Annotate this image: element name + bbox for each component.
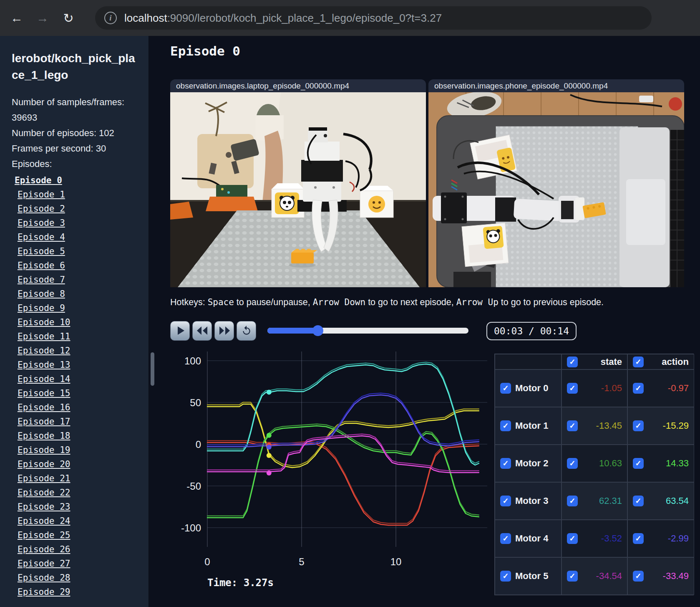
motor-4-state-checkbox[interactable]: ✓ xyxy=(567,533,578,544)
table-row-motor-4: ✓Motor 4✓-3.52✓-2.99 xyxy=(495,520,693,557)
reload-icon[interactable]: ↻ xyxy=(59,9,78,27)
motor-3-state-checkbox[interactable]: ✓ xyxy=(567,496,578,506)
motor-chart[interactable]: 100500-50-1000510 xyxy=(158,346,491,593)
motor-1-current-marker xyxy=(267,453,272,458)
motor-4-action-cell: ✓-2.99 xyxy=(627,520,694,557)
scrollbar-thumb[interactable] xyxy=(151,352,154,386)
stat-fps: Frames per second: 30 xyxy=(12,141,140,156)
motor-2-checkbox[interactable]: ✓ xyxy=(500,458,511,469)
episode-link-episode-19[interactable]: Episode 19 xyxy=(18,443,140,457)
motor-2-state-checkbox[interactable]: ✓ xyxy=(567,458,578,469)
video-row: observation.images.laptop_episode_000000… xyxy=(170,79,684,287)
rewind-button[interactable] xyxy=(192,321,212,341)
y-tick-label: -50 xyxy=(186,481,201,492)
motor-3-action-checkbox[interactable]: ✓ xyxy=(633,496,644,506)
action-column-checkbox[interactable]: ✓ xyxy=(633,357,644,367)
hotkey-key: Arrow Up xyxy=(456,297,499,307)
episode-link-episode-5[interactable]: Episode 5 xyxy=(18,244,140,258)
seek-slider-thumb[interactable] xyxy=(312,325,323,336)
episode-link-episode-11[interactable]: Episode 11 xyxy=(18,329,140,344)
table-header-empty xyxy=(495,354,562,369)
episode-link-episode-4[interactable]: Episode 4 xyxy=(18,230,140,244)
motor-4-cell: ✓Motor 4 xyxy=(495,520,562,557)
episode-link-episode-2[interactable]: Episode 2 xyxy=(18,202,140,216)
motor-0-checkbox[interactable]: ✓ xyxy=(500,383,511,394)
fast-forward-icon xyxy=(218,326,231,336)
episode-list: Episode 0Episode 1Episode 2Episode 3Epis… xyxy=(12,173,140,599)
motor-3-action-line xyxy=(207,364,479,465)
episode-link-episode-24[interactable]: Episode 24 xyxy=(18,514,140,528)
episode-link-episode-15[interactable]: Episode 15 xyxy=(18,386,140,400)
episode-link-episode-25[interactable]: Episode 25 xyxy=(18,528,140,542)
motor-5-checkbox[interactable]: ✓ xyxy=(500,571,511,582)
episode-link-episode-6[interactable]: Episode 6 xyxy=(18,258,140,273)
motor-0-action-checkbox[interactable]: ✓ xyxy=(633,383,644,394)
motor-0-action-value: -0.97 xyxy=(648,383,689,394)
play-button[interactable] xyxy=(170,321,190,341)
episode-link-episode-1[interactable]: Episode 1 xyxy=(18,187,140,202)
motor-3-state-cell: ✓62.31 xyxy=(562,482,627,520)
episode-link-episode-8[interactable]: Episode 8 xyxy=(18,287,140,301)
motor-5-state-checkbox[interactable]: ✓ xyxy=(567,571,578,582)
loop-button[interactable] xyxy=(237,321,256,341)
episode-link-episode-23[interactable]: Episode 23 xyxy=(18,500,140,514)
episode-link-episode-3[interactable]: Episode 3 xyxy=(18,216,140,230)
episode-link-episode-17[interactable]: Episode 17 xyxy=(18,415,140,429)
forward-icon[interactable]: → xyxy=(33,9,52,27)
motor-3-state-line xyxy=(207,362,479,463)
seek-slider[interactable] xyxy=(267,328,468,334)
video-laptop-title: observation.images.laptop_episode_000000… xyxy=(170,79,426,92)
motor-2-action-checkbox[interactable]: ✓ xyxy=(633,458,644,469)
address-bar[interactable]: i localhost:9090/lerobot/koch_pick_place… xyxy=(95,6,652,30)
video-phone-frame xyxy=(428,79,684,287)
episode-link-episode-9[interactable]: Episode 9 xyxy=(18,301,140,315)
fast-forward-button[interactable] xyxy=(214,321,234,341)
episode-link-episode-20[interactable]: Episode 20 xyxy=(18,457,140,471)
video-phone[interactable]: observation.images.phone_episode_000000.… xyxy=(428,79,684,287)
episode-link-episode-29[interactable]: Episode 29 xyxy=(18,585,140,599)
x-tick-label: 10 xyxy=(390,556,402,567)
back-icon[interactable]: ← xyxy=(8,9,26,27)
motor-5-label: Motor 5 xyxy=(515,571,548,582)
motor-1-checkbox[interactable]: ✓ xyxy=(500,420,511,431)
video-phone-title: observation.images.phone_episode_000000.… xyxy=(428,79,684,92)
motor-1-cell: ✓Motor 1 xyxy=(495,407,562,445)
motor-4-label: Motor 4 xyxy=(515,533,548,544)
episode-link-episode-18[interactable]: Episode 18 xyxy=(18,429,140,443)
motor-1-action-checkbox[interactable]: ✓ xyxy=(633,420,644,431)
episode-link-episode-27[interactable]: Episode 27 xyxy=(18,556,140,571)
motor-4-state-value: -3.52 xyxy=(582,533,622,544)
motor-4-action-checkbox[interactable]: ✓ xyxy=(633,533,644,544)
motor-0-state-value: -1.05 xyxy=(582,383,622,394)
motor-4-checkbox[interactable]: ✓ xyxy=(500,533,511,544)
motor-2-label: Motor 2 xyxy=(515,458,548,469)
episode-link-episode-28[interactable]: Episode 28 xyxy=(18,571,140,585)
episode-link-episode-16[interactable]: Episode 16 xyxy=(18,400,140,415)
episode-link-episode-12[interactable]: Episode 12 xyxy=(18,344,140,358)
motor-2-action-value: 14.33 xyxy=(648,458,689,469)
episode-link-episode-22[interactable]: Episode 22 xyxy=(18,486,140,500)
motor-1-action-cell: ✓-15.29 xyxy=(627,407,694,445)
video-laptop[interactable]: observation.images.laptop_episode_000000… xyxy=(170,79,426,287)
episode-link-episode-0[interactable]: Episode 0 xyxy=(15,173,140,187)
table-row-motor-0: ✓Motor 0✓-1.05✓-0.97 xyxy=(495,369,693,407)
motor-1-state-checkbox[interactable]: ✓ xyxy=(567,420,578,431)
main-panel: Episode 0 observation.images.laptop_epis… xyxy=(149,36,700,607)
x-tick-label: 0 xyxy=(204,556,210,567)
motor-0-state-checkbox[interactable]: ✓ xyxy=(567,383,578,394)
episode-link-episode-7[interactable]: Episode 7 xyxy=(18,273,140,287)
episode-link-episode-26[interactable]: Episode 26 xyxy=(18,542,140,556)
episode-link-episode-10[interactable]: Episode 10 xyxy=(18,315,140,329)
episode-link-episode-21[interactable]: Episode 21 xyxy=(18,471,140,486)
motor-0-label: Motor 0 xyxy=(515,383,548,394)
state-column-checkbox[interactable]: ✓ xyxy=(567,357,578,367)
motor-3-checkbox[interactable]: ✓ xyxy=(500,496,511,506)
motor-5-cell: ✓Motor 5 xyxy=(495,557,562,595)
url-text[interactable]: localhost:9090/lerobot/koch_pick_place_1… xyxy=(124,12,442,25)
hotkey-key: Space xyxy=(208,297,234,307)
player-controls xyxy=(170,320,468,341)
episode-link-episode-14[interactable]: Episode 14 xyxy=(18,372,140,386)
motor-5-action-checkbox[interactable]: ✓ xyxy=(633,571,644,582)
episode-link-episode-13[interactable]: Episode 13 xyxy=(18,358,140,372)
site-info-icon[interactable]: i xyxy=(104,12,117,24)
